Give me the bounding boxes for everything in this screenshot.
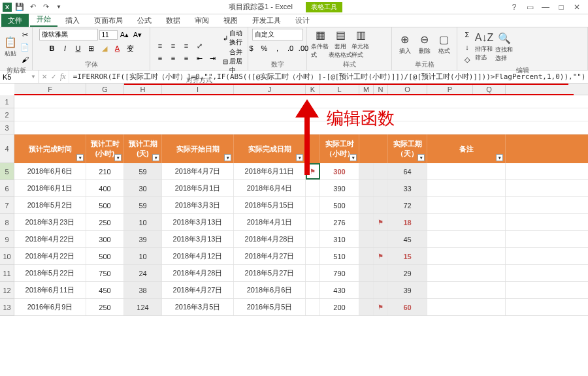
table-cell[interactable]: 2018年4月22日	[14, 231, 86, 247]
table-cell[interactable]: 29	[388, 265, 427, 281]
table-cell[interactable]: 2018年3月23日	[14, 214, 86, 230]
tab-pagelayout[interactable]: 页面布局	[88, 14, 129, 27]
table-cell[interactable]: 2018年4月1日	[234, 214, 306, 230]
table-cell[interactable]: 390	[320, 180, 359, 196]
sort-filter-button[interactable]: A↓Z排序和筛选	[475, 32, 493, 62]
table-cell[interactable]	[359, 163, 374, 180]
tab-view[interactable]: 视图	[217, 14, 244, 27]
table-cell[interactable]: 30	[124, 180, 162, 196]
table-cell[interactable]: 2018年6月4日	[234, 180, 306, 196]
table-cell[interactable]	[374, 265, 388, 281]
table-cell[interactable]: 2018年4月27日	[162, 282, 234, 298]
table-cell[interactable]: 2018年4月28日	[234, 231, 306, 247]
table-cell[interactable]: ⚑	[374, 248, 388, 264]
ribbon-toggle-icon[interactable]: ▭	[523, 3, 537, 12]
table-cell[interactable]	[374, 282, 388, 298]
table-cell[interactable]	[427, 163, 506, 180]
pinyin-icon[interactable]: 变	[125, 42, 137, 54]
currency-icon[interactable]: $	[246, 42, 257, 54]
table-cell[interactable]	[427, 231, 506, 247]
cancel-formula-icon[interactable]: ✕	[42, 73, 47, 80]
table-cell[interactable]: 276	[320, 214, 359, 230]
col-header-Q[interactable]: Q	[473, 84, 506, 95]
row-header-13[interactable]: 13	[0, 299, 14, 316]
col-header-N[interactable]: N	[374, 84, 388, 95]
row-header-2[interactable]: 2	[0, 108, 14, 121]
table-cell[interactable]: 2018年5月1日	[162, 180, 234, 196]
maximize-icon[interactable]: □	[554, 3, 568, 12]
table-cell[interactable]: 2016年6月9日	[14, 299, 86, 315]
col-header-G[interactable]: G	[86, 84, 124, 95]
comma-icon[interactable]: ,	[272, 42, 284, 54]
table-cell[interactable]: 2016年3月5日	[162, 299, 234, 315]
table-cell[interactable]: 790	[320, 265, 359, 281]
name-box[interactable]: K5▼	[0, 70, 39, 83]
align-top-icon[interactable]: ≡	[154, 40, 166, 52]
col-header-P[interactable]: P	[427, 84, 473, 95]
table-cell[interactable]: 2018年3月13日	[162, 231, 234, 247]
table-cell[interactable]: 15	[388, 248, 427, 264]
align-center-icon[interactable]: ≡	[167, 52, 179, 64]
table-cell[interactable]: ⚑	[374, 214, 388, 230]
autosum-icon[interactable]: Σ	[461, 29, 473, 40]
table-cell[interactable]: 250	[86, 299, 124, 315]
wrap-text-button[interactable]: ↲自动换行	[223, 29, 244, 47]
table-cell[interactable]: 59	[124, 197, 162, 213]
row-header-9[interactable]: 9	[0, 231, 14, 248]
table-cell[interactable]: 2018年6月11日	[14, 282, 86, 298]
table-cell[interactable]: 400	[86, 180, 124, 196]
insert-cell-button[interactable]: ⊕插入	[396, 29, 414, 59]
filter-dropdown-icon[interactable]: ▾	[496, 154, 503, 161]
row-header-11[interactable]: 11	[0, 265, 14, 282]
orientation-icon[interactable]: ⤢	[193, 40, 205, 52]
row-header-12[interactable]: 12	[0, 282, 14, 299]
table-cell[interactable]	[359, 248, 374, 264]
table-cell[interactable]	[306, 282, 320, 298]
table-cell[interactable]: ⚑	[374, 299, 388, 315]
table-cell[interactable]: 2018年4月28日	[162, 265, 234, 281]
table-cell[interactable]	[359, 197, 374, 213]
table-cell[interactable]: 310	[320, 231, 359, 247]
table-cell[interactable]: 2018年4月7日	[162, 163, 234, 180]
font-color-icon[interactable]: A	[112, 42, 123, 54]
table-cell[interactable]	[306, 265, 320, 281]
table-cell[interactable]: 72	[388, 197, 427, 213]
font-name-combo[interactable]: 微软雅黑	[39, 29, 98, 40]
qat-save-icon[interactable]: 💾	[14, 2, 25, 12]
col-header-L[interactable]: L	[320, 84, 359, 95]
percent-icon[interactable]: %	[259, 42, 270, 54]
table-cell[interactable]	[306, 214, 320, 230]
table-cell[interactable]: 430	[320, 282, 359, 298]
table-cell[interactable]: 750	[86, 265, 124, 281]
row-header-3[interactable]: 3	[0, 121, 14, 134]
table-cell[interactable]	[359, 231, 374, 247]
paste-button[interactable]: 📋粘贴	[4, 32, 17, 62]
tab-home[interactable]: 开始	[30, 12, 57, 27]
table-cell[interactable]: 39	[388, 282, 427, 298]
cell-style-button[interactable]: ▥单元格样式	[351, 29, 370, 59]
table-cell[interactable]	[427, 265, 506, 281]
bold-button[interactable]: B	[46, 42, 58, 54]
table-cell[interactable]	[427, 282, 506, 298]
table-cell[interactable]: 45	[388, 231, 427, 247]
table-cell[interactable]: 450	[86, 282, 124, 298]
col-header-O[interactable]: O	[388, 84, 427, 95]
enter-formula-icon[interactable]: ✓	[51, 73, 56, 80]
qat-redo-icon[interactable]: ↷	[41, 2, 51, 12]
row-header-6[interactable]: 6	[0, 180, 14, 197]
table-cell[interactable]: 2018年4月12日	[162, 248, 234, 264]
table-cell[interactable]	[359, 214, 374, 230]
col-header-K[interactable]: K	[306, 84, 320, 95]
table-cell[interactable]	[359, 299, 374, 315]
table-cell[interactable]	[374, 180, 388, 196]
align-right-icon[interactable]: ≡	[180, 52, 192, 64]
tab-developer[interactable]: 开发工具	[246, 14, 287, 27]
table-cell[interactable]: 210	[86, 163, 124, 180]
table-cell[interactable]: 10	[124, 214, 162, 230]
table-cell[interactable]: 2018年4月22日	[14, 248, 86, 264]
tab-design[interactable]: 设计	[289, 14, 316, 27]
table-cell[interactable]: 500	[86, 197, 124, 213]
row-header-10[interactable]: 10	[0, 248, 14, 265]
col-header-J[interactable]: J	[234, 84, 306, 95]
fx-icon[interactable]: fx	[60, 72, 66, 82]
